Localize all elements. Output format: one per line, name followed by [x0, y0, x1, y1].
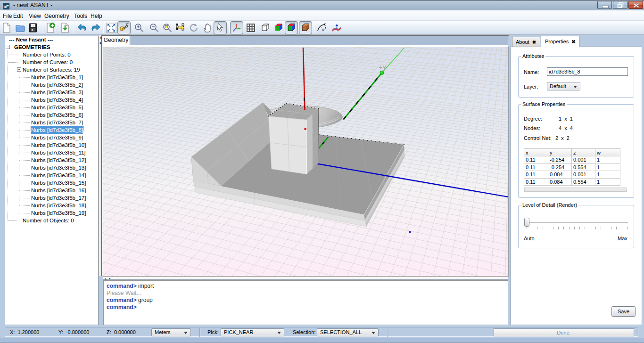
svg-text:+Y: +Y	[379, 64, 387, 71]
